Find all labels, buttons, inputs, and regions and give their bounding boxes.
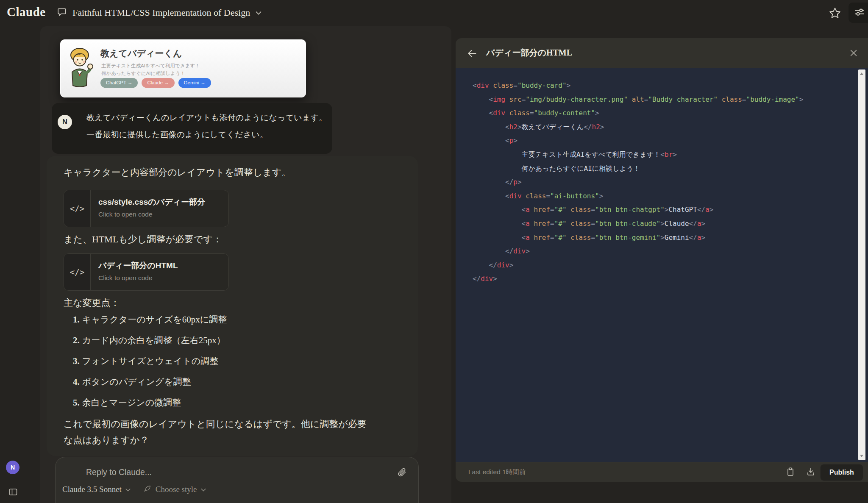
chat-bubble-icon — [57, 7, 67, 19]
code-line: <a href="#" class="btn btn-claude">Claud… — [473, 217, 803, 231]
code-scrollbar[interactable] — [858, 69, 865, 460]
code-line: 何かあったらすぐにAIに相談しよう！ — [473, 162, 803, 176]
artifact-card-meta: css/style.cssのバディー部分 Click to open code — [91, 190, 205, 227]
code-block: <div class="buddy-card"> <img src="img/b… — [473, 79, 803, 286]
artifact-title: バディー部分のHTML — [486, 47, 572, 58]
buddy-ai-button: Claude → — [142, 78, 174, 88]
buddy-ai-button: Gemini → — [178, 78, 211, 88]
code-icon: </> — [64, 190, 91, 227]
code-line: </div> — [473, 258, 803, 272]
change-item: 5.余白とマージンの微調整 — [73, 397, 227, 417]
chevron-down-icon — [256, 9, 262, 17]
back-button[interactable] — [467, 48, 478, 59]
code-line: <h2>教えてバディーくん</h2> — [473, 120, 803, 134]
assistant-para1: キャラクターと内容部分のレイアウトを調整します。 — [64, 166, 291, 179]
user-message-line1: 教えてバディーくんのレイアウトも添付のようになっています。 — [86, 112, 327, 123]
artifact-card-css[interactable]: </> css/style.cssのバディー部分 Click to open c… — [64, 190, 229, 227]
copy-button[interactable] — [785, 467, 797, 478]
composer: Claude 3.5 Sonnet Choose style — [55, 457, 419, 503]
assistant-closing-line2: な点はありますか？ — [64, 434, 149, 447]
user-message: N 教えてバディーくんのレイアウトも添付のようになっています。 一番最初に提供し… — [52, 103, 332, 154]
chevron-down-icon — [125, 486, 131, 493]
attach-button[interactable] — [395, 465, 409, 479]
composer-controls: Claude 3.5 Sonnet Choose style — [62, 484, 206, 495]
code-line: </p> — [473, 175, 803, 189]
artifact-card-html[interactable]: </> バディー部分のHTML Click to open code — [64, 253, 229, 291]
buddy-card-line1: 主要テキスト生成AIをすべて利用できます！ — [101, 63, 200, 69]
claude-logo[interactable]: Claude — [7, 5, 46, 19]
top-bar: Claude Faithful HTML/CSS Implementation … — [0, 0, 868, 25]
buddy-card-title: 教えてバディーくん — [100, 47, 182, 59]
reply-input[interactable] — [85, 463, 367, 481]
code-viewer: <div class="buddy-card"> <img src="img/b… — [456, 68, 868, 462]
code-line: 主要テキスト生成AIをすべて利用できます！<br> — [473, 148, 803, 162]
change-item: 4.ボタンのパディングを調整 — [73, 376, 227, 397]
model-label: Claude 3.5 Sonnet — [62, 485, 122, 494]
code-line: </div> — [473, 272, 803, 286]
chat-title-menu[interactable]: Faithful HTML/CSS Implementation of Desi… — [57, 0, 262, 25]
code-line: <a href="#" class="btn btn-gemini">Gemin… — [473, 231, 803, 245]
artifact-panel: バディー部分のHTML <div class="buddy-card"> <im… — [456, 38, 868, 482]
code-line: <div class="buddy-card"> — [473, 79, 803, 93]
model-selector[interactable]: Claude 3.5 Sonnet — [62, 485, 131, 494]
close-button[interactable] — [849, 48, 859, 58]
change-item: 2.カード内の余白を調整（左右25px） — [73, 334, 227, 355]
assistant-message: キャラクターと内容部分のレイアウトを調整します。 </> css/style.c… — [47, 156, 418, 456]
last-edited-label: Last edited 1時間前 — [468, 468, 526, 477]
artifact-card-title: css/style.cssのバディー部分 — [98, 197, 205, 208]
assistant-para3: 主な変更点： — [64, 297, 120, 309]
assistant-closing-line1: これで最初の画像のレイアウトと同じになるはずです。他に調整が必要 — [64, 418, 367, 431]
sidebar-icon — [8, 487, 18, 499]
changes-list: 1.キャラクターのサイズを60pxに調整2.カード内の余白を調整（左右25px）… — [73, 314, 227, 417]
artifact-card-meta: バディー部分のHTML Click to open code — [91, 254, 178, 290]
code-line: <a href="#" class="btn btn-chatgpt">Chat… — [473, 203, 803, 217]
user-message-line2: 一番最初に提供した画像のようにしてください。 — [86, 129, 268, 140]
code-line: <div class="buddy-content"> — [473, 106, 803, 120]
chat-title: Faithful HTML/CSS Implementation of Desi… — [72, 7, 250, 18]
buddy-character-illustration — [66, 46, 94, 92]
download-button[interactable] — [806, 467, 818, 478]
publish-button[interactable]: Publish — [820, 464, 863, 481]
scroll-up-arrow-icon[interactable] — [860, 72, 863, 75]
artifact-header: バディー部分のHTML — [456, 38, 868, 68]
artifact-card-title: バディー部分のHTML — [98, 260, 178, 271]
sliders-icon — [854, 6, 865, 19]
buddy-card-line2: 何かあったらすぐにAIに相談しよう！ — [101, 70, 185, 77]
assistant-para2: また、HTMLも少し調整が必要です： — [64, 233, 222, 246]
settings-button[interactable] — [849, 3, 868, 23]
paperclip-icon — [398, 468, 405, 476]
artifact-footer: Last edited 1時間前 Publish — [456, 462, 868, 482]
change-item: 3.フォントサイズとウェイトの調整 — [73, 355, 227, 376]
buddy-ai-button: ChatGPT → — [100, 78, 138, 88]
artifact-card-subtitle: Click to open code — [98, 274, 178, 282]
star-button[interactable] — [827, 6, 843, 21]
claude-app: Claude Faithful HTML/CSS Implementation … — [0, 0, 868, 503]
style-quill-icon — [143, 484, 152, 495]
user-avatar: N — [58, 115, 72, 129]
style-selector[interactable]: Choose style — [143, 484, 206, 495]
account-avatar[interactable]: N — [6, 461, 19, 474]
code-line: <img src="img/buddy-character.png" alt="… — [473, 93, 803, 107]
style-label: Choose style — [156, 485, 197, 494]
code-line: <p> — [473, 134, 803, 148]
change-item: 1.キャラクターのサイズを60pxに調整 — [73, 314, 227, 334]
chevron-down-icon — [201, 486, 206, 493]
code-icon: </> — [64, 254, 91, 290]
sidebar-toggle-button[interactable] — [8, 487, 19, 498]
code-line: </div> — [473, 245, 803, 258]
scroll-down-arrow-icon[interactable] — [860, 455, 863, 457]
code-line: <div class="ai-buttons"> — [473, 189, 803, 203]
buddy-buttons: ChatGPT →Claude →Gemini → — [100, 78, 211, 88]
attachment-preview-card[interactable]: 教えてバディーくん 主要テキスト生成AIをすべて利用できます！ 何かあったらすぐ… — [60, 39, 306, 97]
artifact-card-subtitle: Click to open code — [98, 211, 205, 218]
